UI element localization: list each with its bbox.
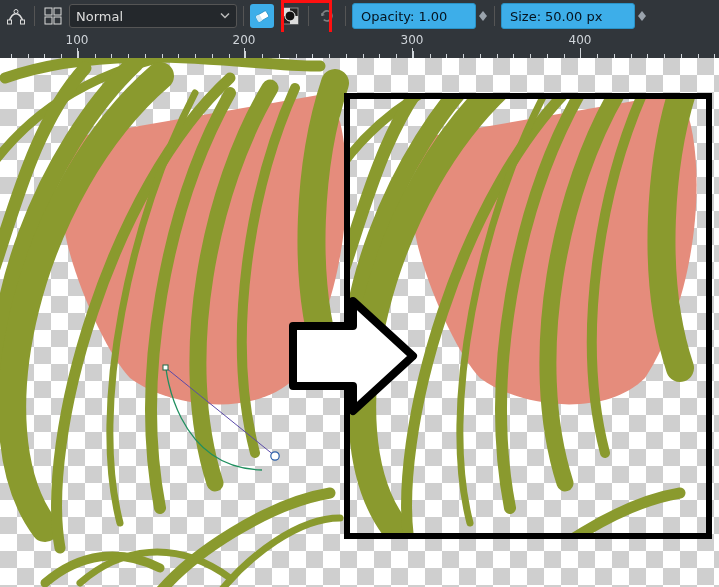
chevron-down-icon <box>638 16 646 21</box>
grid-icon <box>44 7 62 25</box>
opacity-label: Opacity: <box>361 9 414 24</box>
chevron-down-icon <box>220 9 230 24</box>
separator <box>494 6 495 26</box>
bezier-icon <box>7 7 25 25</box>
preserve-alpha-button[interactable] <box>278 4 302 28</box>
svg-point-12 <box>285 11 295 21</box>
brush-size-slider[interactable]: Size: 50.00 px <box>501 3 635 29</box>
svg-rect-0 <box>8 20 12 24</box>
opacity-value: 1.00 <box>418 9 447 24</box>
size-value: 50.00 px <box>545 9 602 24</box>
svg-rect-5 <box>45 17 52 24</box>
ruler-label: 100 <box>66 33 89 47</box>
horizontal-ruler: 100200300400 <box>0 32 719 58</box>
brush-options-toolbar: Normal Opacity: 1.00 <box>0 0 719 32</box>
opacity-spin-buttons[interactable] <box>478 4 488 28</box>
separator <box>243 6 244 26</box>
svg-rect-14 <box>163 365 168 370</box>
opacity-slider[interactable]: Opacity: 1.00 <box>352 3 476 29</box>
svg-rect-4 <box>54 8 61 15</box>
size-spin-buttons[interactable] <box>637 4 647 28</box>
brush-presets-button[interactable] <box>41 4 65 28</box>
separator <box>34 6 35 26</box>
ruler-label: 200 <box>233 33 256 47</box>
svg-point-2 <box>14 10 18 14</box>
size-label: Size: <box>510 9 541 24</box>
blend-mode-value: Normal <box>76 9 123 24</box>
svg-rect-6 <box>54 17 61 24</box>
chevron-down-icon <box>479 16 487 21</box>
svg-point-15 <box>271 452 279 460</box>
ruler-label: 400 <box>569 33 592 47</box>
illustration-right <box>335 58 709 587</box>
preserve-alpha-icon <box>281 7 299 25</box>
reload-icon <box>318 7 336 25</box>
eraser-icon <box>253 7 271 25</box>
reload-preset-button[interactable] <box>315 4 339 28</box>
separator <box>308 6 309 26</box>
svg-rect-3 <box>45 8 52 15</box>
canvas-artwork <box>0 58 719 587</box>
ruler-label: 300 <box>401 33 424 47</box>
canvas-area[interactable] <box>0 58 719 587</box>
svg-rect-1 <box>21 20 25 24</box>
eraser-mode-button[interactable] <box>250 4 274 28</box>
bezier-tool-button[interactable] <box>4 4 28 28</box>
blend-mode-select[interactable]: Normal <box>69 4 237 28</box>
separator <box>345 6 346 26</box>
